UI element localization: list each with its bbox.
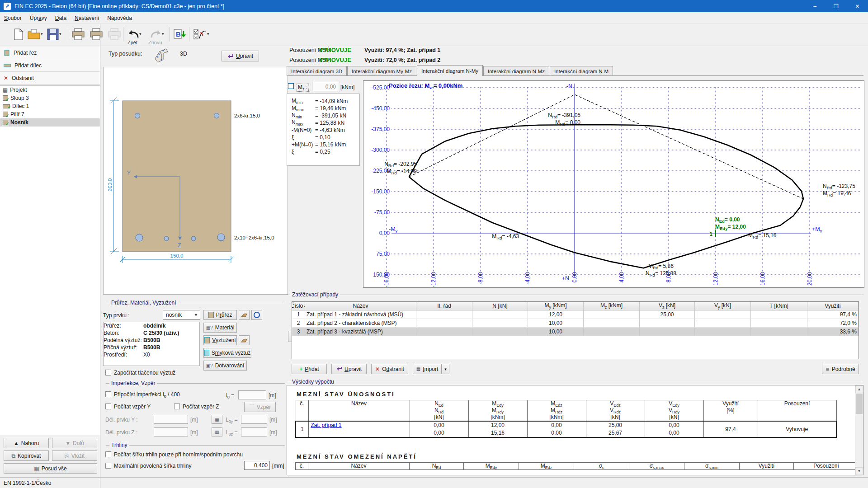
remove-load-case-button[interactable]: ✕Odstranit [371,364,408,374]
extreme-value-row: Mmin= -14,09 kNm [292,98,359,105]
buckling-z-checkbox[interactable] [174,404,180,409]
column-header[interactable]: N [kN] [472,302,528,310]
l0-input[interactable] [238,390,266,399]
close-button[interactable]: ✕ [847,0,868,12]
reinf-pick-button[interactable] [239,335,250,345]
minimize-button[interactable]: – [804,0,826,12]
add-load-case-button[interactable]: +Přidat [292,364,327,374]
load-case-link[interactable]: Zat. případ 1 [311,422,342,428]
column-header[interactable]: T [kNm] [751,302,807,310]
paste-button[interactable]: ⎘Vložit [52,450,97,461]
print-preview-icon[interactable] [90,27,103,42]
crack-width-label: Maximální povolená šířka trhliny [114,463,191,469]
column-header[interactable]: Číslo▲ [292,302,305,310]
l0-unit: [m] [269,392,276,399]
copy-button[interactable]: ⧉Kopírovat [4,450,49,461]
undo-dropdown-icon[interactable]: ▾ [139,32,142,36]
cross-section-button[interactable]: Průřez [203,310,237,320]
tree-item-pil-7[interactable]: ✓Pilíř 7 [0,110,100,118]
header-cell: NEd [410,463,464,470]
mz-checkbox[interactable] [288,83,294,89]
tree-item-projekt[interactable]: ▤Projekt [0,86,100,94]
result-cell: 1 [296,421,308,437]
header-cell: MEdz [519,463,574,470]
scrollbar-thumb[interactable] [856,394,863,414]
results-display-icon[interactable] [193,27,207,42]
tree-item-sloup-3[interactable]: ✓Sloup 3 [0,94,100,102]
tab-interak-n-diagram-my-mz[interactable]: Interakční diagram My-Mz [347,66,416,76]
add-section-button[interactable]: Přidat řez [0,47,100,59]
length-z-calc-button[interactable]: ▦ [212,427,222,436]
tree-item-nosn-k[interactable]: ✓Nosník [0,118,100,127]
section-drawing-panel[interactable]: Y Z 200,0 150,0 2x6-kr.15,0 2x10+2x6-kr.… [103,67,288,295]
results-dropdown-icon[interactable]: ▾ [207,32,209,36]
shear-reinf-button[interactable]: Smyková výztuž [203,348,251,358]
check-all-button[interactable]: ▦Posud vše [4,463,97,474]
compression-reinf-checkbox[interactable] [105,370,111,375]
move-down-button[interactable]: ▼Dolů [52,438,97,448]
menu-upravy[interactable]: Úpravy [26,13,51,23]
svg-text:-525,00: -525,00 [371,84,390,91]
check-type-value: 3D [180,51,187,57]
crack-width-input[interactable]: 0,400 [244,461,270,470]
print-settings-icon [108,27,121,42]
remove-button[interactable]: ✕ Odstranit [0,72,100,84]
buckling-y-checkbox[interactable] [105,404,111,409]
section-info-button[interactable] [251,310,262,320]
calculation-icon[interactable]: B [173,27,186,42]
load-case-row[interactable]: 3Zat. případ 3 - kvazistálá (MSP)10,0033… [292,328,859,336]
column-header[interactable]: Mz [kNm] [584,302,640,310]
import-button[interactable]: ▦Import [413,364,442,374]
menu-napoveda[interactable]: Nápověda [103,13,136,23]
print-icon[interactable] [71,27,85,42]
column-header[interactable]: Vz [kN] [640,302,695,310]
material-button[interactable]: ▦?Materiál [203,323,237,333]
creep-button[interactable]: ▣?Dotvarování [203,361,247,371]
save-icon[interactable] [46,27,60,42]
menu-nastaveni[interactable]: Nastavení [71,13,103,23]
load-case-row[interactable]: 1Zat. případ 1 - základní návrhová (MSÚ)… [292,310,859,319]
open-file-icon[interactable] [27,27,41,42]
reinforcement-button[interactable]: Vyztužení [203,335,237,345]
column-header[interactable]: My [kNm] [528,302,584,310]
scroll-up-icon[interactable]: ▲ [855,385,863,393]
interaction-diagram-chart[interactable]: -525,00-450,00-375,00-300,00-225,00-150,… [363,80,864,288]
import-dropdown-button[interactable]: ▾ [442,364,449,374]
maximize-button[interactable]: ❐ [826,0,847,12]
length-y-calc-button[interactable]: ▦ [212,415,222,424]
element-type-select[interactable]: nosník▼ [163,310,200,320]
edit-check-type-button[interactable]: Upravit [222,51,259,61]
tab-interak-n-diagram-n-mz[interactable]: Interakční diagram N-Mz [483,66,549,76]
open-dropdown-icon[interactable]: ▾ [41,32,43,36]
load-case-row[interactable]: 2Zat. případ 2 - charakteristická (MSP)1… [292,319,859,328]
mz-input[interactable]: 0,00 [312,82,338,91]
column-header[interactable]: Vy [kN] [695,302,751,310]
results-scrollbar[interactable]: ▲ ▼ [855,385,863,475]
add-member-button[interactable]: Přidat dílec [0,59,100,72]
column-header[interactable]: Název [305,302,416,310]
menu-soubor[interactable]: Soubor [0,13,26,23]
tree-item-d-lec-1[interactable]: ✓Dílec 1 [0,102,100,110]
column-header[interactable]: II. řád [416,302,472,310]
column-header[interactable]: Využití [807,302,859,310]
table-cell: Zat. případ 3 - kvazistálá (MSP) [305,328,416,336]
move-up-button[interactable]: ▲Nahoru [4,438,49,448]
tab-interak-n-diagram-3d[interactable]: Interakční diagram 3D [287,66,347,76]
element-type-label: Typ prvku : [103,312,130,319]
crack-width-unit: [mm] [272,463,284,469]
table-cell [695,310,751,319]
new-file-icon[interactable] [12,27,25,42]
table-cell [751,319,807,327]
menu-data[interactable]: Data [51,13,71,23]
details-button[interactable]: ≣Podrobně [822,364,859,374]
edit-load-case-button[interactable]: Upravit [331,364,367,374]
tab-interak-n-diagram-n-m[interactable]: Interakční diagram N-M [550,66,613,76]
section-pick-button[interactable] [239,310,250,320]
save-dropdown-icon[interactable]: ▾ [59,32,61,36]
imperfection-checkbox[interactable] [105,391,111,397]
tab-interak-n-diagram-n-my[interactable]: Interakční diagram N-My [417,65,483,76]
cracks-surface-checkbox[interactable] [105,451,111,457]
result-row[interactable]: 1Zat. případ 10,000,0012,0015,160,000,00… [296,421,836,437]
scroll-down-icon[interactable]: ▼ [855,467,863,475]
crack-width-checkbox[interactable] [105,463,111,469]
